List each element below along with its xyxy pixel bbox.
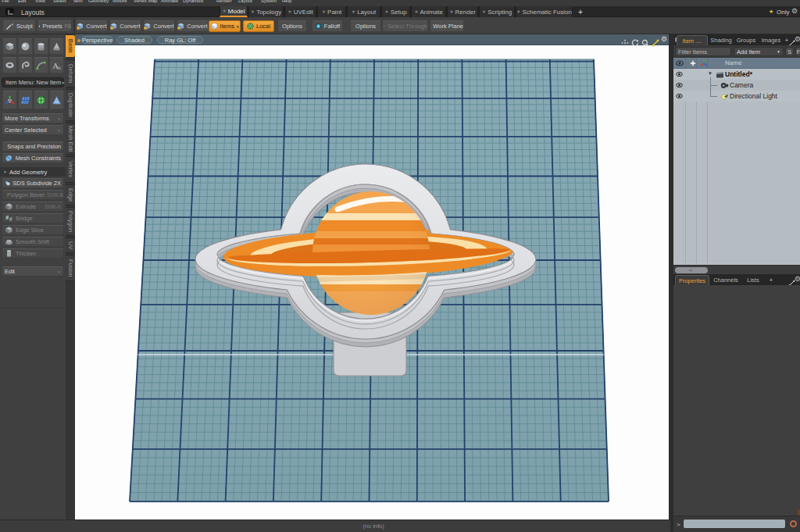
scrollbar-handle[interactable]	[675, 267, 708, 273]
tool-polygon-bevel[interactable]: Polygon BevelShift-B	[2, 190, 64, 200]
viewport-orbit-icon[interactable]	[631, 36, 640, 45]
menu-vertex-map[interactable]: Vertex Map	[134, 0, 157, 3]
item-row-camera[interactable]: Camera	[673, 80, 800, 91]
tool-icon-torus[interactable]	[2, 57, 17, 73]
tool-bridge[interactable]: Bridge	[2, 213, 64, 223]
eye-visibility-icon[interactable]	[676, 81, 684, 89]
left-tab-duplicate[interactable]: Duplicate	[66, 89, 75, 121]
item-name[interactable]: Camera	[730, 81, 753, 89]
expand-triangle-icon[interactable]: ▼	[708, 71, 712, 76]
panel-tab-images[interactable]: Images	[758, 35, 784, 45]
viewport-zoom-icon[interactable]	[641, 36, 650, 45]
eye-visibility-icon[interactable]	[676, 92, 684, 100]
edit-dropdown[interactable]: Edit▼	[2, 266, 64, 277]
column-separator[interactable]	[696, 58, 697, 69]
more-transforms-dropdown[interactable]: More Transforms▼	[2, 113, 64, 123]
menu-geometry[interactable]: Geometry	[88, 0, 109, 3]
options-button[interactable]: Options	[350, 20, 381, 32]
only-toggle[interactable]: Only	[777, 9, 789, 16]
item-name[interactable]: Untitled*	[725, 70, 752, 78]
panel-gear-icon[interactable]: ⚙	[795, 276, 800, 283]
convert-button[interactable]: Convert	[76, 20, 108, 32]
layout-tab-uvedit[interactable]: ★UVEdit	[284, 6, 316, 17]
local-button[interactable]: Local	[243, 20, 274, 32]
tool-icon-cylinder[interactable]	[34, 38, 48, 55]
tool-icon-curve[interactable]	[34, 57, 48, 73]
left-tab-polygon[interactable]: Polygon	[66, 207, 75, 236]
layout-tab-layout[interactable]: ★Layout	[347, 6, 380, 17]
item-list-scrollbar[interactable]	[673, 265, 800, 274]
left-tab-vertex[interactable]: Vertex	[66, 156, 75, 183]
menu-render[interactable]: Render	[216, 0, 232, 3]
name-column-header[interactable]: Name	[725, 59, 741, 66]
tool-extrude[interactable]: ExtrudeShift-X	[2, 202, 64, 212]
item-row-directional-light[interactable]: Directional Light	[673, 91, 800, 102]
tool-sds-subdivide-2x[interactable]: SDS Subdivide 2X	[2, 178, 64, 188]
item-name[interactable]: Directional Light	[730, 92, 777, 100]
tool-icon-swirl[interactable]	[18, 57, 33, 73]
viewport-3d[interactable]: PerspectiveShadedRay GL: Off⚙▶	[75, 34, 670, 520]
options-button[interactable]: Options	[277, 20, 307, 32]
layouts-icon[interactable]	[5, 8, 14, 16]
tool-edge-slice[interactable]: Edge Slice	[2, 225, 64, 235]
viewport-pill-perspective[interactable]: Perspective	[81, 36, 113, 44]
layouts-label[interactable]: Layouts	[21, 9, 45, 16]
panel-tab-channels[interactable]: Channels	[711, 275, 741, 285]
left-tab-deform[interactable]: Deform	[66, 59, 75, 87]
tool-thicken[interactable]: Thicken	[2, 248, 64, 259]
items-button[interactable]: Items▾	[209, 20, 241, 32]
viewport-pill-ray-gl-off[interactable]: Ray GL: Off	[157, 36, 203, 44]
tool-icon-gizmo[interactable]	[2, 91, 17, 109]
menu-layout[interactable]: Layout	[238, 0, 252, 3]
eye-visibility-icon[interactable]	[676, 70, 684, 78]
panel-tab-lists[interactable]: Lists	[742, 275, 764, 285]
add-bottom-tab-button[interactable]: +	[767, 275, 775, 285]
viewport-pill-shaded[interactable]: Shaded	[116, 36, 152, 44]
layout-tab-schematic-fusion[interactable]: ★Schematic Fusion	[516, 6, 573, 17]
column-separator[interactable]	[707, 58, 708, 69]
panel-tab-properties[interactable]: Properties	[675, 275, 709, 285]
layout-tab-setup[interactable]: ★Setup	[381, 6, 410, 17]
tool-icon-sphere-green[interactable]	[34, 91, 48, 109]
left-tab-mesh-edit[interactable]: Mesh Edit	[66, 123, 75, 155]
snaps-and-precision-button[interactable]: Snaps and Precision	[2, 141, 64, 152]
left-tab-edge[interactable]: Edge	[66, 184, 75, 205]
menu-view[interactable]: View	[35, 0, 45, 3]
center-selected-dropdown[interactable]: Center Selected▼	[2, 125, 64, 135]
sculpt-button[interactable]: Sculpt	[2, 20, 36, 32]
convert-button[interactable]: Convert	[143, 20, 175, 32]
left-tab-uv[interactable]: UV	[66, 237, 75, 253]
column-separator[interactable]	[685, 58, 686, 69]
menu-file[interactable]: File	[2, 0, 9, 3]
filter-items-input[interactable]: Filter Items	[675, 47, 731, 56]
menu-system[interactable]: System	[261, 0, 277, 3]
layouts-gear-icon[interactable]: ⚙	[791, 8, 798, 15]
item-row-untitled-[interactable]: ▼Untitled*	[673, 69, 800, 80]
record-ring-icon[interactable]	[790, 520, 797, 527]
menu-animate[interactable]: Animate	[161, 0, 178, 3]
f-button[interactable]: F	[795, 47, 800, 56]
viewport-scale-icon[interactable]	[652, 36, 660, 45]
menu-select[interactable]: Select	[53, 0, 66, 3]
add-geometry-header[interactable]: ▼Add Geometry	[0, 167, 66, 177]
left-tab-fusion[interactable]: Fusion	[66, 255, 75, 281]
layout-tab-topology[interactable]: ★Topology	[248, 6, 284, 17]
tool-icon-text-tool[interactable]: A&	[49, 57, 64, 73]
add-layout-tab-button[interactable]: +	[575, 6, 586, 17]
item-menu-dropdown[interactable]: Item Menu: New Item▼	[2, 77, 64, 87]
falloff-button[interactable]: Falloff	[312, 20, 343, 32]
tool-icon-sphere[interactable]	[18, 38, 33, 55]
menu-help[interactable]: Help	[282, 0, 291, 3]
mesh-constraints-button[interactable]: Mesh Constraints	[2, 153, 64, 163]
convert-button[interactable]: Convert	[109, 20, 141, 32]
panel-tab-item-[interactable]: Item ....	[677, 35, 708, 45]
viewport-gear-icon[interactable]: ⚙	[661, 36, 667, 43]
tool-smooth-shift[interactable]: Smooth Shift	[2, 237, 64, 247]
panel-tab-shading[interactable]: Shading	[709, 35, 734, 45]
presets-button[interactable]: PresetsF6	[38, 20, 72, 32]
left-tab-basic[interactable]: Basic	[66, 34, 75, 58]
menu-item[interactable]: Item	[73, 0, 83, 3]
tool-icon-plane-blue[interactable]	[18, 91, 33, 109]
layout-tab-scripting[interactable]: ★Scripting	[479, 6, 515, 17]
add-item-dropdown[interactable]: Add Item▼	[734, 47, 784, 56]
